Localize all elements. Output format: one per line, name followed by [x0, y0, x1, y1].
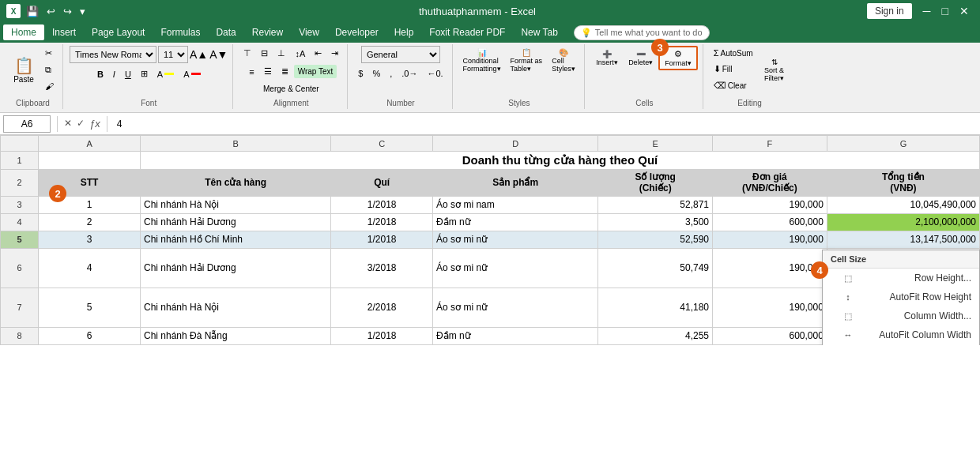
bold-button[interactable]: B: [93, 67, 107, 81]
indent-decrease-button[interactable]: ⇤: [311, 46, 326, 61]
autofit-row-height-item[interactable]: ↕ AutoFit Row Height: [823, 288, 979, 306]
cell-g2[interactable]: Tổng tiền(VNĐ): [827, 170, 979, 197]
cell-b7[interactable]: Chi nhánh Hà Nội: [140, 288, 330, 327]
cell-f6[interactable]: 190,000: [713, 248, 827, 288]
cell-f5[interactable]: 190,000: [713, 231, 827, 248]
increase-font-button[interactable]: A▲: [190, 48, 208, 61]
cell-a5[interactable]: 3: [39, 231, 141, 248]
menu-developer[interactable]: Developer: [327, 24, 386, 40]
indent-increase-button[interactable]: ⇥: [327, 46, 342, 61]
customize-button[interactable]: ▾: [77, 4, 88, 19]
menu-view[interactable]: View: [291, 24, 327, 40]
italic-button[interactable]: I: [109, 67, 119, 81]
sort-filter-button[interactable]: ⇅ Sort &Filter▾: [759, 55, 790, 85]
font-size-select[interactable]: 11: [158, 46, 188, 63]
default-width-item[interactable]: Default Width...: [823, 344, 979, 345]
cell-c2[interactable]: Quí: [331, 170, 433, 197]
col-header-b[interactable]: B: [140, 136, 330, 152]
cell-e6[interactable]: 50,749: [598, 248, 713, 288]
column-width-item[interactable]: ⬚ Column Width...: [823, 306, 979, 325]
cell-d8[interactable]: Đầm nữ: [433, 327, 598, 344]
signin-button[interactable]: Sign in: [867, 3, 912, 19]
undo-button[interactable]: ↩: [44, 4, 58, 19]
comma-button[interactable]: ,: [386, 66, 396, 81]
paste-button[interactable]: 📋 Paste: [8, 54, 40, 86]
insert-function-icon[interactable]: ƒx: [89, 118, 100, 130]
col-header-f[interactable]: F: [713, 136, 827, 152]
fill-color-button[interactable]: A: [153, 67, 178, 81]
menu-page-layout[interactable]: Page Layout: [84, 24, 153, 40]
text-direction-button[interactable]: ↕A: [291, 47, 309, 61]
fill-button[interactable]: ⬇ Fill: [710, 62, 757, 77]
cut-button[interactable]: ✂: [41, 46, 58, 61]
row-height-item[interactable]: ⬚ Row Height...: [823, 269, 979, 288]
align-top-button[interactable]: ⊤: [239, 46, 255, 61]
cell-b8[interactable]: Chi nhánh Đà Nẵng: [140, 327, 330, 344]
number-format-select[interactable]: General: [361, 46, 440, 63]
cell-a4[interactable]: 2: [39, 213, 141, 231]
save-button[interactable]: 💾: [24, 4, 41, 19]
copy-button[interactable]: ⧉: [41, 62, 58, 77]
cell-reference-input[interactable]: [3, 115, 51, 133]
cell-c6[interactable]: 3/2018: [331, 248, 433, 288]
currency-button[interactable]: $: [354, 66, 367, 81]
col-header-g[interactable]: G: [827, 136, 979, 152]
autosum-button[interactable]: Σ AutoSum: [710, 46, 757, 60]
menu-foxit[interactable]: Foxit Reader PDF: [421, 24, 513, 40]
autofit-column-width-item[interactable]: ↔ AutoFit Column Width: [823, 325, 979, 344]
close-button[interactable]: ✕: [955, 5, 974, 17]
clear-button[interactable]: ⌫ Clear: [710, 78, 757, 93]
cell-d7[interactable]: Áo sơ mi nữ: [433, 288, 598, 327]
cell-e3[interactable]: 52,871: [598, 196, 713, 213]
restore-button[interactable]: □: [937, 5, 953, 17]
col-header-d[interactable]: D: [433, 136, 598, 152]
merge-center-button[interactable]: Merge & Center: [259, 82, 323, 96]
cell-a1[interactable]: [39, 152, 141, 170]
cell-d5[interactable]: Áo sơ mi nữ: [433, 231, 598, 248]
align-right-button[interactable]: ≣: [277, 64, 292, 79]
menu-help[interactable]: Help: [386, 24, 422, 40]
percent-button[interactable]: %: [368, 66, 384, 81]
align-center-button[interactable]: ☰: [260, 64, 276, 79]
insert-button[interactable]: ➕ Insert▾: [591, 47, 623, 69]
cell-a7[interactable]: 5: [39, 288, 141, 327]
cell-e7[interactable]: 41,180: [598, 288, 713, 327]
cell-f4[interactable]: 600,000: [713, 213, 827, 231]
underline-button[interactable]: U: [121, 67, 135, 81]
cancel-formula-icon[interactable]: ✕: [64, 118, 72, 130]
cell-e4[interactable]: 3,500: [598, 213, 713, 231]
cell-f8[interactable]: 600,000: [713, 327, 827, 344]
cell-e2[interactable]: Số lượng(Chiếc): [598, 170, 713, 197]
col-header-c[interactable]: C: [331, 136, 433, 152]
font-color-button[interactable]: A: [179, 67, 204, 81]
decrease-decimal-button[interactable]: ←0.: [423, 66, 447, 81]
conditional-formatting-button[interactable]: 📊 ConditionalFormatting▾: [459, 46, 505, 75]
cell-c5[interactable]: 1/2018: [331, 231, 433, 248]
cell-e8[interactable]: 4,255: [598, 327, 713, 344]
menu-review[interactable]: Review: [244, 24, 291, 40]
align-left-button[interactable]: ≡: [245, 65, 258, 79]
cell-f7[interactable]: 190,000: [713, 288, 827, 327]
menu-data[interactable]: Data: [208, 24, 243, 40]
cell-g3[interactable]: 10,045,490,000: [827, 196, 979, 213]
align-middle-button[interactable]: ⊟: [257, 46, 272, 61]
increase-decimal-button[interactable]: .0→: [398, 66, 421, 81]
cell-c8[interactable]: 1/2018: [331, 327, 433, 344]
cell-d4[interactable]: Đầm nữ: [433, 213, 598, 231]
cell-f2[interactable]: Đơn giá(VNĐ/Chiếc): [713, 170, 827, 197]
formula-input[interactable]: [114, 115, 977, 133]
cell-d2[interactable]: Sản phẩm: [433, 170, 598, 197]
wrap-text-button[interactable]: Wrap Text: [294, 65, 337, 78]
cell-b6[interactable]: Chi nhánh Hải Dương: [140, 248, 330, 288]
cell-b3[interactable]: Chi nhánh Hà Nội: [140, 196, 330, 213]
cell-a8[interactable]: 6: [39, 327, 141, 344]
format-as-table-button[interactable]: 📋 Format asTable▾: [507, 46, 547, 75]
cell-b4[interactable]: Chi nhánh Hải Dương: [140, 213, 330, 231]
cell-d6[interactable]: Áo sơ mi nữ: [433, 248, 598, 288]
cell-c4[interactable]: 1/2018: [331, 213, 433, 231]
cell-b5[interactable]: Chi nhánh Hồ Chí Minh: [140, 231, 330, 248]
font-family-select[interactable]: Times New Roma: [70, 46, 156, 63]
cell-e5[interactable]: 52,590: [598, 231, 713, 248]
tell-me-box[interactable]: 💡 Tell me what you want to do: [574, 25, 710, 40]
format-button[interactable]: 3 ⚙ Format▾: [658, 46, 698, 70]
